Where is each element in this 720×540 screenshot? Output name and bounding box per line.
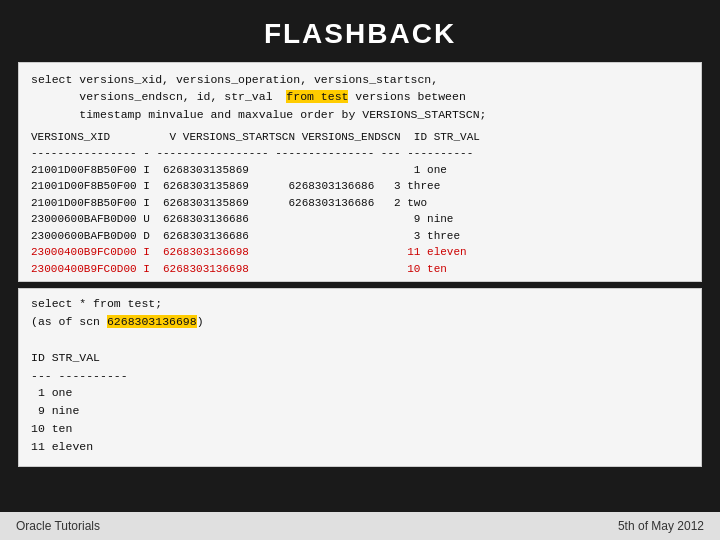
footer-left: Oracle Tutorials — [16, 519, 100, 533]
footer: Oracle Tutorials 5th of May 2012 — [0, 512, 720, 540]
footer-right: 5th of May 2012 — [618, 519, 704, 533]
second-query-box: select * from test; (as of scn 626830313… — [18, 288, 702, 466]
result-table: VERSIONS_XID V VERSIONS_STARTSCN VERSION… — [19, 127, 701, 282]
scn-highlight: 6268303136698 — [107, 315, 197, 328]
page-title: FLASHBACK — [0, 0, 720, 62]
first-query-box: select versions_xid, versions_operation,… — [18, 62, 702, 282]
first-sql: select versions_xid, versions_operation,… — [19, 63, 701, 127]
